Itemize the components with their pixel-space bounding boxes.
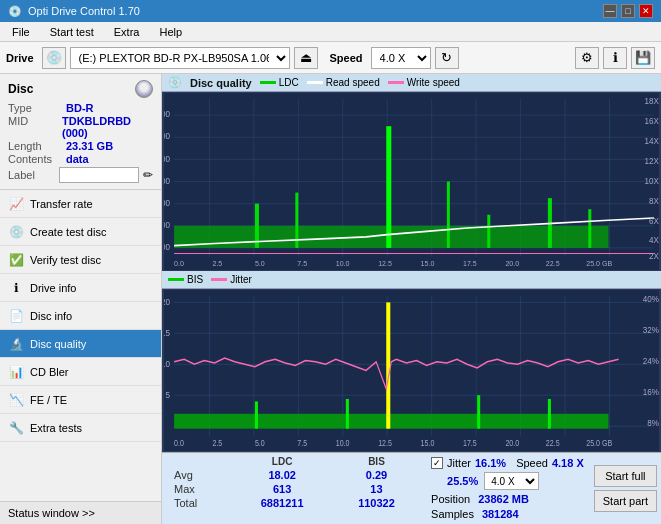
- svg-text:10.0: 10.0: [336, 258, 350, 267]
- drive-info-label: Drive info: [30, 282, 76, 294]
- max-jitter-row: 25.5% 4.0 X: [431, 472, 584, 490]
- speed-label: Speed: [330, 52, 363, 64]
- svg-rect-71: [346, 399, 349, 429]
- svg-text:20.0: 20.0: [505, 438, 519, 448]
- status-window-label: Status window >>: [8, 507, 95, 519]
- legend-ldc-label: LDC: [279, 77, 299, 88]
- svg-rect-25: [588, 209, 591, 248]
- svg-text:12X: 12X: [645, 155, 659, 165]
- maximize-button[interactable]: □: [621, 4, 635, 18]
- drive-select[interactable]: (E:) PLEXTOR BD-R PX-LB950SA 1.06: [70, 47, 290, 69]
- svg-text:25.0 GB: 25.0 GB: [586, 258, 612, 267]
- sidebar-item-disc-quality[interactable]: 🔬 Disc quality: [0, 330, 161, 358]
- disc-quality-icon: 🔬: [8, 336, 24, 352]
- disc-icon: [135, 80, 153, 98]
- disc-label-row: Label ✏: [8, 167, 153, 183]
- menu-start-test[interactable]: Start test: [42, 24, 102, 40]
- fe-te-label: FE / TE: [30, 394, 67, 406]
- svg-text:24%: 24%: [643, 356, 659, 367]
- legend-jitter-label: Jitter: [230, 274, 252, 285]
- legend-read: Read speed: [307, 77, 380, 88]
- disc-info-label: Disc info: [30, 310, 72, 322]
- chart-bot-header: BIS Jitter: [162, 271, 661, 289]
- disc-panel-header: Disc: [8, 80, 153, 98]
- max-jitter-val: 25.5%: [447, 475, 478, 487]
- svg-text:20.0: 20.0: [505, 258, 519, 267]
- disc-length-key: Length: [8, 140, 66, 152]
- settings-button[interactable]: ⚙: [575, 47, 599, 69]
- jitter-checkbox[interactable]: ✓: [431, 457, 443, 469]
- refresh-button[interactable]: ↻: [435, 47, 459, 69]
- legend-write-label: Write speed: [407, 77, 460, 88]
- close-button[interactable]: ✕: [639, 4, 653, 18]
- speed-select[interactable]: 4.0 X: [371, 47, 431, 69]
- legend-write: Write speed: [388, 77, 460, 88]
- start-full-button[interactable]: Start full: [594, 465, 657, 487]
- svg-text:10X: 10X: [645, 175, 659, 185]
- svg-text:2X: 2X: [649, 251, 659, 261]
- speed-select-stats[interactable]: 4.0 X: [484, 472, 539, 490]
- svg-text:20: 20: [164, 296, 170, 307]
- svg-text:25.0 GB: 25.0 GB: [586, 438, 612, 448]
- info-button[interactable]: ℹ: [603, 47, 627, 69]
- status-window-button[interactable]: Status window >>: [0, 501, 161, 524]
- menu-file[interactable]: File: [4, 24, 38, 40]
- sidebar-item-drive-info[interactable]: ℹ Drive info: [0, 274, 161, 302]
- svg-text:5.0: 5.0: [255, 438, 265, 448]
- svg-text:5: 5: [166, 389, 170, 400]
- sidebar-item-fe-te[interactable]: 📉 FE / TE: [0, 386, 161, 414]
- stats-max-row: Max 613 13: [166, 482, 421, 496]
- drive-icon-button[interactable]: 💿: [42, 47, 66, 69]
- samples-label: Samples: [431, 508, 474, 520]
- chart-top-header: 💿 Disc quality LDC Read speed Write spee…: [162, 74, 661, 92]
- toolbar: Drive 💿 (E:) PLEXTOR BD-R PX-LB950SA 1.0…: [0, 42, 661, 74]
- menu-help[interactable]: Help: [151, 24, 190, 40]
- speed-avg-val: 4.18 X: [552, 457, 584, 469]
- sidebar-item-transfer-rate[interactable]: 📈 Transfer rate: [0, 190, 161, 218]
- sidebar-item-create-test-disc[interactable]: 💿 Create test disc: [0, 218, 161, 246]
- start-part-button[interactable]: Start part: [594, 490, 657, 512]
- svg-text:8X: 8X: [649, 195, 659, 205]
- speed-label2: Speed: [516, 457, 548, 469]
- menu-bar: File Start test Extra Help: [0, 22, 661, 42]
- extra-tests-label: Extra tests: [30, 422, 82, 434]
- disc-length-row: Length 23.31 GB: [8, 140, 153, 152]
- svg-text:4X: 4X: [649, 235, 659, 245]
- svg-text:2.5: 2.5: [212, 258, 222, 267]
- svg-text:200: 200: [164, 220, 170, 230]
- window-controls: — □ ✕: [603, 4, 653, 18]
- svg-rect-72: [386, 302, 390, 428]
- sidebar-item-verify-test-disc[interactable]: ✅ Verify test disc: [0, 246, 161, 274]
- label-edit-icon[interactable]: ✏: [143, 168, 153, 182]
- create-test-disc-icon: 💿: [8, 224, 24, 240]
- svg-text:10.0: 10.0: [336, 438, 350, 448]
- sidebar: Disc Type BD-R MID TDKBLDRBD (000) Lengt…: [0, 74, 162, 524]
- legend-bis-color: [168, 278, 184, 281]
- minimize-button[interactable]: —: [603, 4, 617, 18]
- legend-bis-label: BIS: [187, 274, 203, 285]
- sidebar-item-extra-tests[interactable]: 🔧 Extra tests: [0, 414, 161, 442]
- svg-rect-22: [447, 182, 450, 248]
- legend-jitter-color: [211, 278, 227, 281]
- eject-button[interactable]: ⏏: [294, 47, 318, 69]
- svg-text:2.5: 2.5: [212, 438, 222, 448]
- nav-items: 📈 Transfer rate 💿 Create test disc ✅ Ver…: [0, 190, 161, 442]
- save-button[interactable]: 💾: [631, 47, 655, 69]
- svg-text:7.5: 7.5: [297, 438, 307, 448]
- disc-label-input[interactable]: [59, 167, 139, 183]
- transfer-rate-icon: 📈: [8, 196, 24, 212]
- svg-rect-69: [174, 414, 608, 429]
- svg-text:16X: 16X: [645, 116, 659, 126]
- chart-top-title: Disc quality: [190, 77, 252, 89]
- avg-ldc-val: 18.02: [232, 468, 332, 482]
- sidebar-item-cd-bler[interactable]: 📊 CD Bler: [0, 358, 161, 386]
- stats-bar: LDC BIS Avg 18.02 0.29 Max 613: [162, 452, 661, 524]
- menu-extra[interactable]: Extra: [106, 24, 148, 40]
- svg-text:5.0: 5.0: [255, 258, 265, 267]
- stats-avg-row: Avg 18.02 0.29: [166, 468, 421, 482]
- fe-te-icon: 📉: [8, 392, 24, 408]
- disc-type-val: BD-R: [66, 102, 94, 114]
- svg-text:40%: 40%: [643, 294, 659, 305]
- sidebar-item-disc-info[interactable]: 📄 Disc info: [0, 302, 161, 330]
- col-header-blank: [166, 455, 232, 468]
